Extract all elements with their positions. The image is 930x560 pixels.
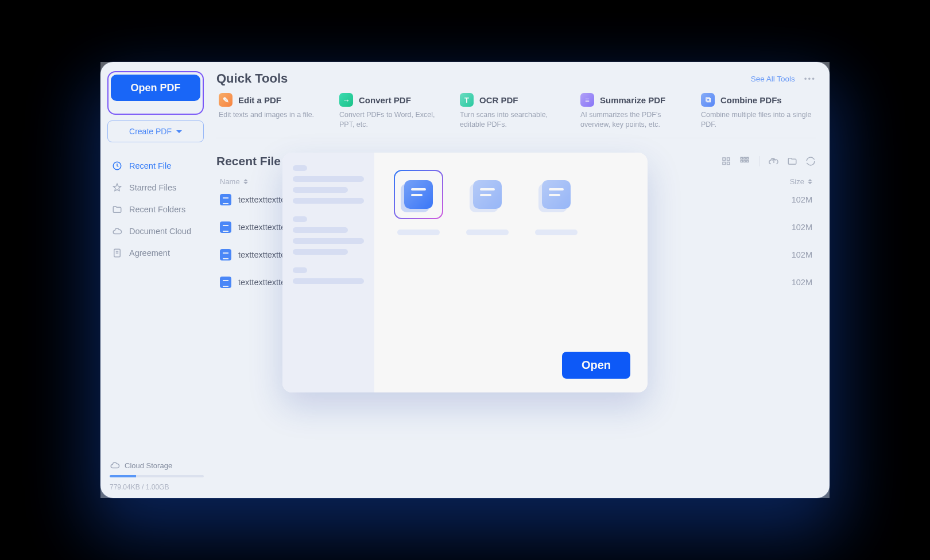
chevron-down-icon bbox=[176, 130, 182, 133]
edit-icon: ✎ bbox=[219, 93, 232, 107]
document-icon bbox=[112, 248, 122, 258]
file-thumbnail-selected[interactable] bbox=[394, 170, 443, 235]
list-view-icon[interactable] bbox=[721, 156, 731, 166]
recent-file-title: Recent File bbox=[216, 154, 281, 168]
sidebar-item-document-cloud[interactable]: Document Cloud bbox=[107, 220, 204, 242]
document-icon bbox=[404, 180, 433, 209]
svg-rect-7 bbox=[744, 157, 746, 159]
file-size: 102M bbox=[792, 250, 812, 259]
tool-desc: AI summarizes the PDF's overview, key po… bbox=[580, 110, 693, 130]
tool-desc: Convert PDFs to Word, Excel, PPT, etc. bbox=[339, 110, 452, 130]
svg-rect-4 bbox=[723, 162, 726, 165]
app-window: Open PDF Create PDF Recent File Starred … bbox=[100, 62, 830, 498]
refresh-icon[interactable] bbox=[805, 156, 816, 166]
column-header-size-label: Size bbox=[790, 177, 804, 186]
storage-progress bbox=[110, 475, 204, 477]
sidebar-item-starred-files[interactable]: Starred Files bbox=[107, 177, 204, 199]
see-all-tools-link[interactable]: See All Tools bbox=[751, 75, 795, 83]
file-size: 102M bbox=[792, 223, 812, 232]
file-thumbnail[interactable] bbox=[532, 170, 581, 235]
ocr-icon: T bbox=[460, 93, 474, 107]
tool-title: Edit a PDF bbox=[238, 95, 281, 105]
clock-icon bbox=[112, 161, 122, 171]
svg-rect-8 bbox=[747, 157, 749, 159]
tool-title: OCR PDF bbox=[479, 95, 518, 105]
folder-icon bbox=[112, 204, 122, 215]
sidebar: Open PDF Create PDF Recent File Starred … bbox=[100, 62, 210, 498]
pdf-file-icon bbox=[220, 221, 231, 233]
tool-desc: Combine multiple files into a single PDF… bbox=[701, 110, 813, 130]
tool-desc: Turn scans into searchable, editable PDF… bbox=[460, 110, 572, 130]
sort-icon bbox=[808, 179, 812, 184]
summarize-icon: ≡ bbox=[580, 93, 594, 107]
create-pdf-label: Create PDF bbox=[129, 127, 172, 136]
sidebar-item-label: Recent File bbox=[129, 161, 171, 170]
open-pdf-highlight: Open PDF bbox=[107, 71, 204, 115]
thumbnail-label-placeholder bbox=[466, 230, 509, 235]
sidebar-item-recent-file[interactable]: Recent File bbox=[107, 155, 204, 177]
pdf-file-icon bbox=[220, 194, 231, 205]
sidebar-item-recent-folders[interactable]: Recent Folders bbox=[107, 199, 204, 220]
thumbnail-label-placeholder bbox=[397, 230, 440, 235]
tool-edit-pdf[interactable]: ✎Edit a PDF Edit texts and images in a f… bbox=[216, 91, 334, 130]
file-size: 102M bbox=[792, 278, 812, 287]
create-pdf-button[interactable]: Create PDF bbox=[107, 120, 204, 142]
dialog-sidebar-skeleton bbox=[282, 153, 374, 392]
tool-title: Combine PDFs bbox=[720, 95, 782, 105]
more-menu-icon[interactable]: ••• bbox=[804, 75, 816, 83]
column-header-name[interactable]: Name bbox=[220, 177, 248, 186]
cloud-storage-label: Cloud Storage bbox=[125, 461, 172, 470]
cloud-storage-widget: Cloud Storage 779.04KB / 1.00GB bbox=[107, 460, 204, 491]
upload-icon[interactable] bbox=[769, 156, 779, 166]
tool-summarize-pdf[interactable]: ≡Summarize PDF AI summarizes the PDF's o… bbox=[578, 91, 695, 130]
convert-icon: → bbox=[339, 93, 353, 107]
tool-title: Convert PDF bbox=[359, 95, 411, 105]
column-header-name-label: Name bbox=[220, 177, 240, 186]
view-controls bbox=[721, 156, 816, 166]
svg-rect-2 bbox=[723, 158, 726, 161]
sidebar-item-label: Document Cloud bbox=[129, 227, 191, 236]
thumbnail-label-placeholder bbox=[535, 230, 578, 235]
file-thumbnail[interactable] bbox=[463, 170, 512, 235]
tool-ocr-pdf[interactable]: TOCR PDF Turn scans into searchable, edi… bbox=[458, 91, 575, 130]
file-size: 102M bbox=[792, 195, 812, 204]
sort-icon bbox=[243, 179, 248, 184]
storage-usage-text: 779.04KB / 1.00GB bbox=[110, 483, 204, 491]
svg-rect-9 bbox=[741, 160, 742, 162]
sidebar-item-label: Starred Files bbox=[129, 183, 176, 192]
tool-title: Summarize PDF bbox=[600, 95, 665, 105]
document-icon bbox=[473, 180, 502, 209]
quick-tools-row: ✎Edit a PDF Edit texts and images in a f… bbox=[216, 91, 816, 138]
dialog-open-button[interactable]: Open bbox=[562, 352, 630, 379]
svg-rect-3 bbox=[727, 158, 730, 161]
sidebar-item-label: Agreement bbox=[129, 248, 170, 258]
pdf-file-icon bbox=[220, 277, 231, 288]
tool-convert-pdf[interactable]: →Convert PDF Convert PDFs to Word, Excel… bbox=[337, 91, 454, 130]
open-pdf-button[interactable]: Open PDF bbox=[111, 75, 200, 101]
open-file-dialog: Open bbox=[282, 153, 648, 392]
sidebar-item-label: Recent Folders bbox=[129, 205, 185, 214]
cloud-icon bbox=[110, 460, 120, 470]
pdf-file-icon bbox=[220, 249, 231, 260]
column-header-size[interactable]: Size bbox=[790, 177, 812, 186]
svg-rect-10 bbox=[744, 160, 746, 162]
svg-rect-5 bbox=[727, 162, 730, 165]
sidebar-item-agreement[interactable]: Agreement bbox=[107, 242, 204, 264]
open-folder-icon[interactable] bbox=[787, 156, 797, 166]
document-icon bbox=[542, 180, 571, 209]
combine-icon: ⧉ bbox=[701, 93, 715, 107]
svg-rect-11 bbox=[747, 160, 749, 162]
star-icon bbox=[112, 182, 122, 193]
cloud-icon bbox=[112, 226, 122, 236]
svg-rect-6 bbox=[741, 157, 742, 159]
quick-tools-title: Quick Tools bbox=[216, 71, 288, 86]
tool-combine-pdfs[interactable]: ⧉Combine PDFs Combine multiple files int… bbox=[699, 91, 816, 130]
dialog-body: Open bbox=[374, 153, 648, 392]
tool-desc: Edit texts and images in a file. bbox=[219, 110, 331, 120]
grid-view-icon[interactable] bbox=[739, 156, 750, 166]
